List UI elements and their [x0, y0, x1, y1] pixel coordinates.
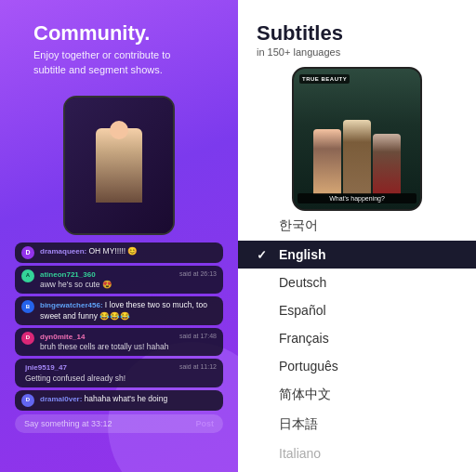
drama-scene: [65, 98, 173, 233]
language-option-espanol[interactable]: Español: [238, 296, 476, 324]
message-text: OH MY!!!!! 😊: [88, 246, 138, 256]
username: jnie9519_47: [25, 363, 67, 372]
message-text: bruh these cells are totally us! hahah: [40, 342, 168, 351]
phone-mockup-right: TRUE BEAUTY What's happening?: [292, 67, 422, 211]
message-text: hahaha what's he doing: [85, 394, 168, 403]
username: dyn0mite_14: [40, 333, 85, 341]
message-content: bingewatcher456: I love these two so muc…: [40, 300, 217, 321]
language-name: 日本語: [279, 416, 318, 433]
post-button[interactable]: Post: [195, 419, 214, 428]
message-content: atineon721_360 said at 26:13 aww he's so…: [40, 269, 217, 290]
avatar: B: [21, 300, 34, 313]
phone-mockup-left: [63, 96, 175, 235]
language-dropdown: 한국어 ✓ English Deutsch Español Français P…: [238, 211, 476, 472]
right-panel: Subtitles in 150+ languages TRUE BEAUTY …: [238, 0, 476, 472]
character-2: [343, 120, 371, 194]
language-option-chinese[interactable]: 简体中文: [238, 380, 476, 410]
language-name: Français: [279, 331, 329, 346]
list-item: A atineon721_360 said at 26:13 aww he's …: [15, 266, 223, 294]
language-option-english[interactable]: ✓ English: [238, 241, 476, 269]
avatar: A: [21, 269, 34, 282]
subtitle-overlay: What's happening?: [298, 193, 416, 203]
message-text: Getting confused already sh!: [25, 374, 126, 383]
avatar: D: [21, 332, 34, 345]
language-option-deutsch[interactable]: Deutsch: [238, 269, 476, 296]
community-subtitle: Enjoy together or contribute to subtitle…: [33, 48, 205, 77]
avatar: D: [21, 394, 34, 407]
list-item: B bingewatcher456: I love these two so m…: [15, 296, 223, 324]
say-something-placeholder: Say something at 33:12: [24, 419, 112, 428]
language-name: 한국어: [279, 217, 318, 234]
drama-thumbnail: TRUE BEAUTY What's happening?: [294, 69, 420, 209]
timestamp: said at 17:48: [179, 332, 217, 340]
timestamp: said at 26:13: [179, 269, 217, 278]
language-option-italiano[interactable]: Italiano: [238, 439, 476, 467]
username: atineon721_360: [40, 270, 96, 279]
community-title-text: Community.: [33, 21, 150, 45]
language-option-francais[interactable]: Français: [238, 324, 476, 352]
language-name: Español: [279, 303, 326, 318]
drama-figure: [96, 128, 142, 203]
language-name: Português: [279, 359, 338, 374]
left-panel: Community. Enjoy together or contribute …: [0, 0, 238, 472]
subtitles-subtitle: in 150+ languages: [257, 46, 457, 58]
language-option-korean[interactable]: 한국어: [238, 211, 476, 241]
username: dramaqueen:: [40, 247, 88, 256]
avatar: D: [21, 246, 34, 259]
timestamp: said at 11:12: [179, 362, 217, 371]
language-name: 简体中文: [279, 387, 331, 403]
chat-messages: D dramaqueen: OH MY!!!!! 😊 A atineon721_…: [15, 243, 223, 411]
subtitles-title: Subtitles: [257, 22, 457, 45]
language-option-portugues[interactable]: Português: [238, 352, 476, 380]
language-name: Italiano: [279, 446, 321, 461]
check-icon: ✓: [257, 248, 271, 262]
language-name: Deutsch: [279, 275, 326, 290]
language-name: English: [279, 247, 326, 262]
message-content: dramal0ver: hahaha what's he doing: [40, 394, 217, 404]
username: dramal0ver:: [40, 395, 85, 403]
say-something-bar[interactable]: Say something at 33:12 Post: [15, 414, 223, 433]
character-1: [313, 129, 341, 194]
drama-characters: [310, 69, 404, 209]
list-item: D dyn0mite_14 said at 17:48 bruh these c…: [15, 328, 223, 356]
message-text: aww he's so cute 😍: [40, 280, 112, 289]
community-header: Community. Enjoy together or contribute …: [15, 22, 223, 77]
show-title-tag: TRUE BEAUTY: [299, 74, 350, 84]
message-content: dyn0mite_14 said at 17:48 bruh these cel…: [40, 332, 217, 352]
list-item: D dramal0ver: hahaha what's he doing: [15, 390, 223, 411]
character-3: [373, 134, 401, 194]
username: bingewatcher456:: [40, 301, 105, 309]
language-option-nederlands[interactable]: Nederlands: [238, 467, 476, 472]
message-content: dramaqueen: OH MY!!!!! 😊: [40, 246, 217, 256]
list-item: D dramaqueen: OH MY!!!!! 😊: [15, 243, 223, 263]
message-content: jnie9519_47 said at 11:12 Getting confus…: [21, 362, 217, 383]
language-option-japanese[interactable]: 日本語: [238, 410, 476, 439]
community-title: Community.: [33, 22, 205, 45]
subtitles-header: Subtitles in 150+ languages: [238, 22, 476, 58]
list-item: jnie9519_47 said at 11:12 Getting confus…: [15, 359, 223, 387]
